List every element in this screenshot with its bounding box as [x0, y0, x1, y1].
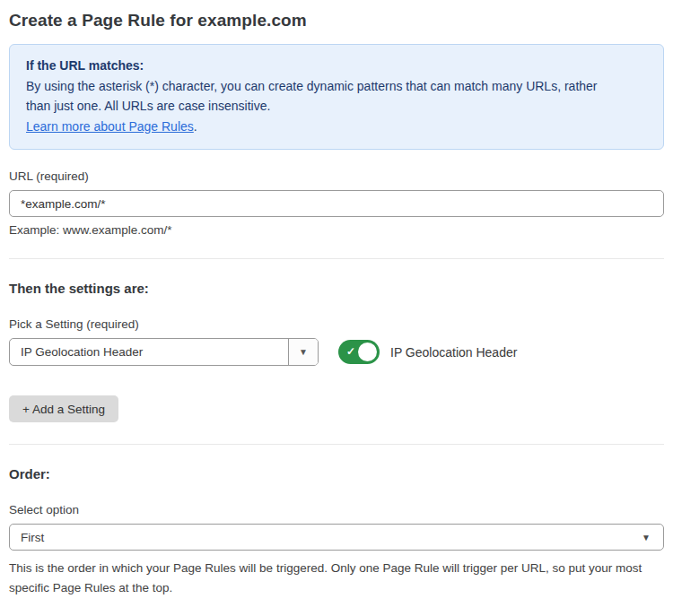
add-setting-button[interactable]: + Add a Setting	[9, 395, 118, 422]
setting-dropdown-value: IP Geolocation Header	[10, 339, 288, 365]
divider	[9, 444, 664, 445]
setting-dropdown[interactable]: IP Geolocation Header ▼	[9, 338, 319, 366]
setting-dropdown-arrow-button[interactable]: ▼	[288, 339, 318, 365]
order-select-label: Select option	[9, 503, 664, 516]
learn-more-link[interactable]: Learn more about Page Rules	[26, 119, 194, 134]
link-suffix: .	[194, 119, 197, 134]
order-section-heading: Order:	[9, 466, 664, 482]
order-select-value: First	[21, 531, 44, 544]
url-field-label: URL (required)	[9, 169, 664, 183]
settings-section-heading: Then the settings are:	[9, 281, 664, 296]
order-select[interactable]: First ▼	[9, 524, 664, 551]
create-page-rule-form: Create a Page Rule for example.com If th…	[0, 0, 673, 616]
url-input[interactable]	[9, 190, 664, 217]
toggle-thumb	[358, 343, 377, 361]
setting-row: IP Geolocation Header ▼ ✓ IP Geolocation…	[9, 338, 664, 366]
order-helper-text: This is the order in which your Page Rul…	[9, 559, 664, 598]
ip-geolocation-toggle[interactable]: ✓	[338, 340, 380, 364]
info-box-heading: If the URL matches:	[26, 56, 647, 76]
toggle-label: IP Geolocation Header	[390, 345, 517, 360]
check-icon: ✓	[346, 344, 355, 359]
info-box-body: By using the asterisk (*) character, you…	[26, 76, 618, 117]
url-example-helper: Example: www.example.com/*	[9, 223, 664, 237]
page-title: Create a Page Rule for example.com	[9, 11, 664, 30]
info-box-link-line: Learn more about Page Rules.	[26, 117, 647, 138]
chevron-down-icon: ▼	[642, 533, 651, 542]
pick-setting-label: Pick a Setting (required)	[9, 317, 664, 331]
url-matches-info-box: If the URL matches: By using the asteris…	[9, 44, 664, 150]
chevron-down-icon: ▼	[299, 347, 308, 357]
divider	[9, 258, 664, 259]
